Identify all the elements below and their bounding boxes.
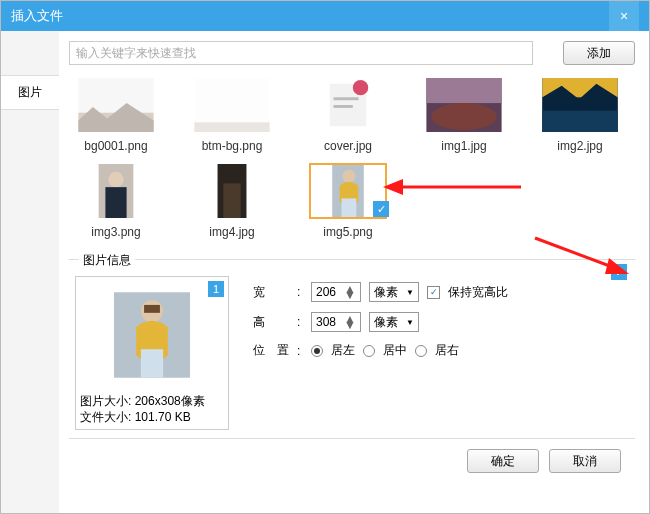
svg-rect-18 bbox=[105, 187, 126, 218]
unit-label: 像素 bbox=[374, 284, 398, 301]
unit-label: 像素 bbox=[374, 314, 398, 331]
file-thumb bbox=[77, 77, 155, 133]
svg-rect-32 bbox=[144, 305, 160, 313]
close-icon[interactable]: × bbox=[609, 1, 639, 31]
file-item[interactable]: img4.jpg bbox=[189, 163, 275, 239]
file-label: bg0001.png bbox=[84, 139, 147, 153]
add-button[interactable]: 添加 bbox=[563, 41, 635, 65]
insert-file-dialog: 插入文件 × 图片 输入关键字来快速查找 添加 bg0001.png bbox=[0, 0, 650, 514]
preview-index-badge: 1 bbox=[208, 281, 224, 297]
file-thumb bbox=[77, 163, 155, 219]
file-item[interactable]: img2.jpg bbox=[537, 77, 623, 153]
position-left-label: 居左 bbox=[331, 342, 355, 359]
sidebar-tab-image[interactable]: 图片 bbox=[1, 75, 59, 110]
svg-rect-7 bbox=[334, 97, 359, 100]
svg-rect-33 bbox=[141, 349, 163, 378]
svg-point-11 bbox=[431, 103, 497, 130]
file-thumb bbox=[309, 77, 387, 133]
svg-rect-25 bbox=[342, 198, 357, 217]
svg-point-17 bbox=[108, 172, 123, 187]
meta-size-value: 206x308像素 bbox=[135, 394, 205, 408]
file-thumb bbox=[193, 77, 271, 133]
file-item[interactable]: img1.jpg bbox=[421, 77, 507, 153]
ok-button[interactable]: 确定 bbox=[467, 449, 539, 473]
file-thumb bbox=[193, 163, 271, 219]
file-label: img3.png bbox=[91, 225, 140, 239]
dialog-footer: 确定 取消 bbox=[69, 438, 635, 482]
file-label: img1.jpg bbox=[441, 139, 486, 153]
check-icon: ✓ bbox=[373, 201, 389, 217]
svg-rect-21 bbox=[223, 183, 240, 218]
file-item-selected[interactable]: ✓ img5.png bbox=[305, 163, 391, 239]
file-grid: bg0001.png btm-bg.png cover.jpg bbox=[69, 73, 635, 259]
dialog-body: 图片 输入关键字来快速查找 添加 bg0001.png bbox=[1, 31, 649, 513]
image-info-body: 1 图片大小: 206x308像素 文件大小: 101.70 KB 宽 : bbox=[75, 270, 629, 430]
svg-point-6 bbox=[353, 80, 368, 95]
height-input[interactable]: 308 ▲▼ bbox=[311, 312, 361, 332]
annotation-arrow-icon bbox=[383, 175, 523, 199]
preview-meta: 图片大小: 206x308像素 文件大小: 101.70 KB bbox=[80, 393, 224, 425]
position-center-label: 居中 bbox=[383, 342, 407, 359]
file-item[interactable]: bg0001.png bbox=[73, 77, 159, 153]
file-label: img4.jpg bbox=[209, 225, 254, 239]
width-unit-select[interactable]: 像素 ▼ bbox=[369, 282, 419, 302]
width-label: 宽 bbox=[253, 284, 289, 301]
position-row: 位置 : 居左 居中 居右 bbox=[253, 342, 629, 359]
height-unit-select[interactable]: 像素 ▼ bbox=[369, 312, 419, 332]
width-row: 宽 : 206 ▲▼ 像素 ▼ ✓ 保持宽高比 bbox=[253, 282, 629, 302]
chevron-down-icon: ▼ bbox=[406, 288, 414, 297]
file-item[interactable]: img3.png bbox=[73, 163, 159, 239]
file-label: img2.jpg bbox=[557, 139, 602, 153]
image-info-section: 图片信息 ✓ 1 图片大小: 206x308像素 文件 bbox=[69, 259, 635, 438]
titlebar: 插入文件 × bbox=[1, 1, 649, 31]
cancel-button[interactable]: 取消 bbox=[549, 449, 621, 473]
preview-box: 1 图片大小: 206x308像素 文件大小: 101.70 KB bbox=[75, 276, 229, 430]
svg-rect-3 bbox=[194, 122, 269, 132]
spinner-icon[interactable]: ▲▼ bbox=[344, 316, 356, 328]
position-right-radio[interactable] bbox=[415, 345, 427, 357]
height-row: 高 : 308 ▲▼ 像素 ▼ bbox=[253, 312, 629, 332]
svg-rect-8 bbox=[334, 105, 353, 108]
position-right-label: 居右 bbox=[435, 342, 459, 359]
image-info-title: 图片信息 bbox=[79, 252, 135, 269]
height-label: 高 bbox=[253, 314, 289, 331]
dialog-title: 插入文件 bbox=[11, 7, 63, 25]
chevron-down-icon: ▼ bbox=[406, 318, 414, 327]
width-input[interactable]: 206 ▲▼ bbox=[311, 282, 361, 302]
position-center-radio[interactable] bbox=[363, 345, 375, 357]
meta-size-label: 图片大小: bbox=[80, 394, 131, 408]
file-label: cover.jpg bbox=[324, 139, 372, 153]
main-panel: 输入关键字来快速查找 添加 bg0001.png btm-bg.png bbox=[59, 31, 649, 513]
position-label: 位置 bbox=[253, 342, 289, 359]
search-row: 输入关键字来快速查找 添加 bbox=[69, 41, 635, 65]
svg-point-24 bbox=[342, 170, 355, 183]
search-placeholder: 输入关键字来快速查找 bbox=[76, 45, 196, 62]
file-thumb bbox=[425, 77, 503, 133]
height-value: 308 bbox=[316, 315, 336, 329]
spinner-icon[interactable]: ▲▼ bbox=[344, 286, 356, 298]
section-toggle-icon[interactable]: ✓ bbox=[611, 264, 627, 280]
svg-rect-10 bbox=[426, 78, 501, 103]
preview-thumb bbox=[80, 281, 224, 389]
width-value: 206 bbox=[316, 285, 336, 299]
meta-file-value: 101.70 KB bbox=[135, 410, 191, 424]
keep-ratio-checkbox[interactable]: ✓ bbox=[427, 286, 440, 299]
image-form: 宽 : 206 ▲▼ 像素 ▼ ✓ 保持宽高比 bbox=[253, 276, 629, 430]
file-item[interactable]: btm-bg.png bbox=[189, 77, 275, 153]
meta-file-label: 文件大小: bbox=[80, 410, 131, 424]
keep-ratio-label: 保持宽高比 bbox=[448, 284, 508, 301]
position-left-radio[interactable] bbox=[311, 345, 323, 357]
file-item[interactable]: cover.jpg bbox=[305, 77, 391, 153]
file-label: img5.png bbox=[323, 225, 372, 239]
sidebar: 图片 bbox=[1, 31, 59, 513]
file-thumb bbox=[541, 77, 619, 133]
search-input[interactable]: 输入关键字来快速查找 bbox=[69, 41, 533, 65]
svg-rect-14 bbox=[542, 111, 617, 132]
file-label: btm-bg.png bbox=[202, 139, 263, 153]
